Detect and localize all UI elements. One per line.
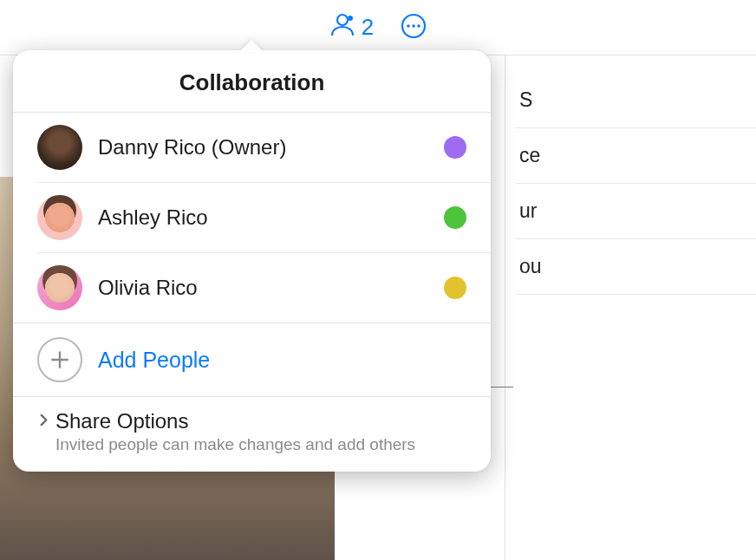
svg-point-0 <box>337 15 348 25</box>
svg-point-3 <box>407 24 410 28</box>
ellipsis-circle-icon <box>400 12 427 43</box>
chevron-right-icon <box>37 413 50 430</box>
svg-point-5 <box>417 24 420 28</box>
participant-name: Danny Rico (Owner) <box>98 135 428 160</box>
popover-title: Collaboration <box>13 50 491 113</box>
add-people-button[interactable]: Add People <box>13 322 491 396</box>
avatar <box>37 125 82 170</box>
avatar <box>37 265 82 310</box>
svg-point-1 <box>348 16 353 21</box>
plus-circle-icon <box>37 337 82 382</box>
participant-row[interactable]: Olivia Rico <box>37 253 491 322</box>
share-options-subtitle: Invited people can make changes and add … <box>37 435 466 454</box>
avatar <box>37 195 82 240</box>
collaboration-popover: Collaboration Danny Rico (Owner) Ashley … <box>13 50 491 472</box>
more-button[interactable] <box>400 12 427 43</box>
people-count-button[interactable]: 2 <box>329 10 374 44</box>
participant-row[interactable]: Ashley Rico <box>37 183 491 253</box>
svg-point-4 <box>412 24 415 28</box>
participant-row[interactable]: Danny Rico (Owner) <box>37 113 491 183</box>
popover-arrow <box>239 40 264 52</box>
panel-row: ce <box>516 128 756 184</box>
panel-row: ou <box>516 239 756 295</box>
panel-row: ur <box>516 184 756 239</box>
panel-row: S <box>516 73 756 128</box>
right-panel: S ce ur ou <box>505 55 756 560</box>
person-icon <box>329 10 356 44</box>
presence-color-dot <box>444 277 466 299</box>
participant-name: Ashley Rico <box>98 205 428 230</box>
participant-name: Olivia Rico <box>98 276 428 300</box>
share-options-title: Share Options <box>55 409 188 433</box>
share-options-button[interactable]: Share Options Invited people can make ch… <box>13 396 491 472</box>
presence-color-dot <box>444 206 466 229</box>
presence-color-dot <box>444 136 466 159</box>
participants-list: Danny Rico (Owner) Ashley Rico Olivia Ri… <box>13 113 491 322</box>
people-count-label: 2 <box>362 14 374 41</box>
add-people-label: Add People <box>98 348 210 373</box>
top-toolbar: 2 <box>0 0 756 55</box>
